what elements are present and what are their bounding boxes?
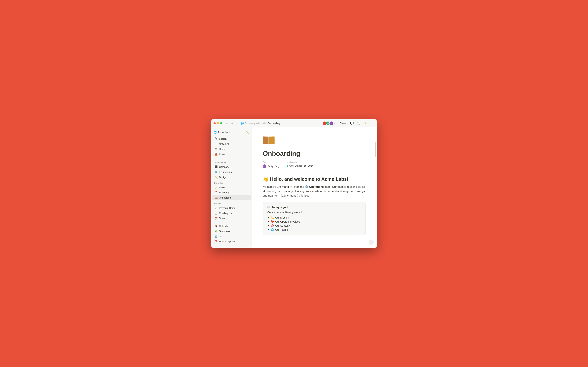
sidebar-item-design[interactable]: ✏️ Design xyxy=(212,175,251,180)
sidebar-design-label: Design xyxy=(219,176,226,179)
sidebar-item-templates[interactable]: 🧩 Templates xyxy=(212,229,251,234)
roadmap-icon: 📍 xyxy=(214,191,217,194)
sidebar-item-reading-list[interactable]: 📋 Reading List xyxy=(212,210,251,216)
page-content: Onboarding Owner EY Emily Yang Verificat… xyxy=(252,127,377,242)
callout-header: 📖 Today's goal xyxy=(267,205,362,209)
callout-intro: Create general literacy around: xyxy=(267,211,362,214)
sidebar-item-help[interactable]: ❓ Help & support xyxy=(212,239,251,244)
sidebar-item-home[interactable]: 🏠 Home xyxy=(212,146,251,151)
divider-1 xyxy=(214,158,249,158)
add-page-button[interactable]: + xyxy=(235,121,239,125)
scrollbar[interactable] xyxy=(375,142,376,157)
sidebar-bottom: 📅 Calendar 🧩 Templates 🗑️ Trash ❓ Help &… xyxy=(211,224,251,244)
nav-controls: ← → + xyxy=(225,121,239,125)
owner-avatar: EY xyxy=(263,164,267,168)
templates-icon: 🧩 xyxy=(214,230,217,233)
sidebar-tasks-label: Tasks xyxy=(219,217,225,220)
sidebar-item-tasks[interactable]: ✂️ Tasks xyxy=(212,216,251,221)
chevron-down-icon: ▾ xyxy=(232,131,233,133)
sidebar-header: 🌐 Acme Labs ▾ ✏️ xyxy=(211,129,251,135)
avatar-3: ML xyxy=(329,121,334,125)
sidebar-item-onboarding[interactable]: 📖 Onboarding xyxy=(212,195,251,200)
onboarding-icon: 📖 xyxy=(214,196,217,199)
notion-ai-icon: ✦ xyxy=(214,142,217,146)
engineering-icon: ⚙️ xyxy=(214,170,217,174)
traffic-lights xyxy=(214,122,222,125)
welcome-heading: 👋 Hello, and welcome to Acme Labs! xyxy=(263,176,366,182)
bullet-dot xyxy=(268,217,269,218)
workspace-name[interactable]: 🌐 Acme Labs ▾ xyxy=(214,131,233,133)
projects-icon: 🖌️ xyxy=(214,186,217,189)
search-icon: 🔍 xyxy=(214,137,217,140)
drag-handle[interactable]: ↗ xyxy=(369,240,374,245)
breadcrumb-current-page: Onboarding xyxy=(267,122,280,125)
sidebar-item-engineering[interactable]: ⚙️ Engineering xyxy=(212,169,251,175)
favorites-section-label: Favorites xyxy=(211,180,251,185)
company-icon: ⬛ xyxy=(214,165,217,168)
private-section-label: Private xyxy=(211,200,251,205)
back-button[interactable]: ← xyxy=(225,121,229,125)
sidebar-personal-home-label: Personal Home xyxy=(219,207,236,209)
sidebar-engineering-label: Engineering xyxy=(219,171,232,173)
sidebar-item-company[interactable]: ⬛ Company xyxy=(212,164,251,169)
close-button[interactable] xyxy=(214,122,216,125)
favorite-button[interactable]: ★ xyxy=(363,121,368,126)
divider-2 xyxy=(214,222,249,222)
list-item: 🌐 Our Teams xyxy=(268,228,362,232)
content-area: Onboarding Owner EY Emily Yang Verificat… xyxy=(252,127,377,248)
callout-icon: 📖 xyxy=(267,205,270,209)
comment-button[interactable]: 💬 xyxy=(349,121,355,126)
sidebar-search-label: Search xyxy=(219,137,226,140)
more-options-button[interactable]: ··· xyxy=(369,121,374,126)
teamspaces-section-label: Teamspaces xyxy=(211,159,251,164)
welcome-text: My name's Emily and I'm from the ⚙️ Oper… xyxy=(263,185,366,198)
bullet-dot xyxy=(268,225,269,226)
share-button[interactable]: Share xyxy=(338,121,348,125)
sidebar-item-trash[interactable]: 🗑️ Trash xyxy=(212,234,251,239)
new-page-button[interactable]: ✏️ xyxy=(245,130,249,134)
maximize-button[interactable] xyxy=(220,122,222,125)
minimize-button[interactable] xyxy=(217,122,219,125)
callout-item-icon-4: 🌐 xyxy=(271,228,274,231)
sidebar-item-projects[interactable]: 🖌️ Projects xyxy=(212,185,251,190)
callout-item-text-3: Our Strategy xyxy=(275,224,290,227)
callout-item-icon-3: 🎯 xyxy=(271,224,274,227)
owner-value: EY Emily Yang xyxy=(263,164,279,168)
callout-item-text-4: Our Teams xyxy=(275,228,288,231)
sidebar-item-roadmap[interactable]: 📍 Roadmap xyxy=(212,190,251,195)
owner-name: Emily Yang xyxy=(268,165,279,168)
list-item: 💫 Our Mission xyxy=(268,216,362,220)
list-item: ❤️ Our Operating Values xyxy=(268,220,362,224)
inbox-icon: 📥 xyxy=(214,152,217,156)
sidebar-item-calendar[interactable]: 📅 Calendar xyxy=(212,224,251,229)
verification-label: Verification xyxy=(287,161,313,163)
list-item: 🎯 Our Strategy xyxy=(268,224,362,228)
forward-button[interactable]: → xyxy=(230,121,234,125)
sidebar-roadmap-label: Roadmap xyxy=(219,191,229,194)
sidebar-item-personal-home[interactable]: 🏔️ Personal Home xyxy=(212,205,251,210)
workspace-icon: 🌐 xyxy=(241,122,244,125)
history-button[interactable]: 🕐 xyxy=(356,121,361,126)
page-title: Onboarding xyxy=(263,150,366,158)
workspace-name-label: Acme Labs xyxy=(218,131,230,133)
page-emoji-icon xyxy=(263,135,366,147)
page-meta: Owner EY Emily Yang Verification Until O… xyxy=(263,161,366,172)
main-content: 🌐 Acme Labs ▾ ✏️ 🔍 Search ✦ Notion AI 🏠 … xyxy=(211,127,377,248)
breadcrumb-separator: / xyxy=(261,122,262,125)
sidebar-onboarding-label: Onboarding xyxy=(219,196,232,199)
sidebar-item-inbox[interactable]: 📥 Inbox xyxy=(212,151,251,157)
verification-dot xyxy=(287,165,288,167)
breadcrumb-workspace[interactable]: Company Wiki xyxy=(245,122,260,125)
breadcrumb: 🌐 Company Wiki / 📖 Onboarding xyxy=(241,122,322,125)
sidebar: 🌐 Acme Labs ▾ ✏️ 🔍 Search ✦ Notion AI 🏠 … xyxy=(211,127,252,248)
app-window: ← → + 🌐 Company Wiki / 📖 Onboarding EY J… xyxy=(211,119,377,248)
callout-title: Today's goal xyxy=(272,206,288,209)
sidebar-item-search[interactable]: 🔍 Search xyxy=(212,136,251,141)
sidebar-item-notion-ai[interactable]: ✦ Notion AI xyxy=(212,141,251,146)
page-icon-breadcrumb: 📖 xyxy=(263,122,266,125)
sidebar-trash-label: Trash xyxy=(219,235,225,238)
sidebar-home-label: Home xyxy=(219,148,225,150)
design-icon: ✏️ xyxy=(214,175,217,179)
sidebar-projects-label: Projects xyxy=(219,186,228,189)
sidebar-company-label: Company xyxy=(219,166,229,168)
